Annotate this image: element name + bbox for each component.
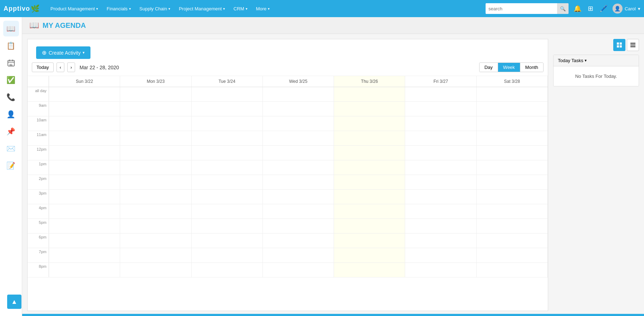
- list-view-button[interactable]: [627, 39, 639, 51]
- allday-fri[interactable]: [405, 87, 476, 101]
- calendar-cell[interactable]: [192, 131, 263, 145]
- calendar-cell[interactable]: [192, 175, 263, 189]
- calendar-cell[interactable]: [192, 160, 263, 175]
- calendar-cell[interactable]: [334, 219, 405, 233]
- nav-financials[interactable]: Financials ▾: [102, 0, 135, 17]
- calendar-cell[interactable]: [120, 234, 191, 248]
- calendar-cell[interactable]: [192, 234, 263, 248]
- calendar-cell[interactable]: [120, 160, 191, 175]
- calendar-cell[interactable]: [405, 131, 476, 145]
- calendar-cell[interactable]: [477, 219, 548, 233]
- nav-crm[interactable]: CRM ▾: [229, 0, 252, 17]
- profile-edit-icon[interactable]: 🖊️: [598, 3, 609, 14]
- today-tasks-header[interactable]: Today Tasks ▾: [554, 55, 639, 66]
- calendar-cell[interactable]: [477, 131, 548, 145]
- calendar-cell[interactable]: [334, 116, 405, 131]
- create-activity-button[interactable]: ⊕ Create Activity ▾: [36, 46, 90, 59]
- calendar-cell[interactable]: [49, 263, 120, 277]
- calendar-cell[interactable]: [477, 160, 548, 175]
- calendar-cell[interactable]: [192, 102, 263, 116]
- allday-tue[interactable]: [192, 87, 263, 101]
- calendar-cell[interactable]: [263, 131, 334, 145]
- calendar-cell[interactable]: [263, 204, 334, 219]
- calendar-cell[interactable]: [405, 160, 476, 175]
- view-day-button[interactable]: Day: [480, 63, 498, 72]
- nav-supply-chain[interactable]: Supply Chain ▾: [135, 0, 174, 17]
- calendar-cell[interactable]: [120, 116, 191, 131]
- scroll-up-button[interactable]: ▲: [7, 295, 21, 309]
- calendar-cell[interactable]: [334, 190, 405, 204]
- calendar-cell[interactable]: [405, 146, 476, 160]
- calendar-cell[interactable]: [120, 131, 191, 145]
- sidebar-item-calls[interactable]: 📞: [3, 89, 19, 105]
- calendar-cell[interactable]: [477, 116, 548, 131]
- calendar-cell[interactable]: [477, 248, 548, 262]
- calendar-cell[interactable]: [263, 146, 334, 160]
- calendar-cell[interactable]: [405, 102, 476, 116]
- sidebar-item-pinned[interactable]: 📌: [3, 124, 19, 139]
- calendar-cell[interactable]: [477, 234, 548, 248]
- allday-sat[interactable]: [477, 87, 548, 101]
- calendar-cell[interactable]: [334, 146, 405, 160]
- calendar-cell[interactable]: [263, 248, 334, 262]
- calendar-cell[interactable]: [405, 190, 476, 204]
- search-button[interactable]: 🔍: [557, 3, 569, 14]
- calendar-cell[interactable]: [49, 248, 120, 262]
- calendar-cell[interactable]: [263, 160, 334, 175]
- calendar-cell[interactable]: [334, 248, 405, 262]
- calendar-cell[interactable]: [405, 116, 476, 131]
- sidebar-item-calendar[interactable]: 31: [3, 55, 19, 71]
- calendar-cell[interactable]: [49, 102, 120, 116]
- allday-thu[interactable]: [334, 87, 405, 101]
- calendar-cell[interactable]: [405, 219, 476, 233]
- calendar-cell[interactable]: [405, 234, 476, 248]
- calendar-cell[interactable]: [477, 263, 548, 277]
- calendar-cell[interactable]: [263, 116, 334, 131]
- calendar-cell[interactable]: [334, 131, 405, 145]
- grid-view-button[interactable]: [613, 39, 625, 51]
- calendar-cell[interactable]: [263, 263, 334, 277]
- calendar-cell[interactable]: [334, 102, 405, 116]
- allday-sun[interactable]: [49, 87, 120, 101]
- next-button[interactable]: ›: [67, 62, 75, 72]
- calendar-cell[interactable]: [477, 102, 548, 116]
- calendar-cell[interactable]: [263, 175, 334, 189]
- sidebar-item-agenda[interactable]: 📖: [3, 21, 19, 36]
- allday-wed[interactable]: [263, 87, 334, 101]
- today-button[interactable]: Today: [32, 62, 54, 72]
- calendar-cell[interactable]: [405, 263, 476, 277]
- calendar-cell[interactable]: [405, 248, 476, 262]
- view-week-button[interactable]: Week: [498, 63, 520, 72]
- calendar-cell[interactable]: [192, 204, 263, 219]
- calendar-cell[interactable]: [192, 116, 263, 131]
- calendar-cell[interactable]: [405, 175, 476, 189]
- calendar-cell[interactable]: [49, 175, 120, 189]
- calendar-cell[interactable]: [120, 219, 191, 233]
- calendar-cell[interactable]: [334, 204, 405, 219]
- calendar-cell[interactable]: [49, 219, 120, 233]
- calendar-cell[interactable]: [334, 175, 405, 189]
- calendar-cell[interactable]: [120, 248, 191, 262]
- sidebar-item-notes[interactable]: 📝: [3, 158, 19, 174]
- calendar-cell[interactable]: [263, 190, 334, 204]
- calendar-cell[interactable]: [49, 204, 120, 219]
- calendar-cell[interactable]: [120, 204, 191, 219]
- calendar-cell[interactable]: [192, 263, 263, 277]
- nav-product-management[interactable]: Product Management ▾: [46, 0, 102, 17]
- calendar-cell[interactable]: [49, 116, 120, 131]
- calendar-cell[interactable]: [263, 234, 334, 248]
- view-month-button[interactable]: Month: [520, 63, 543, 72]
- allday-mon[interactable]: [120, 87, 191, 101]
- calendar-cell[interactable]: [120, 190, 191, 204]
- calendar-cell[interactable]: [49, 131, 120, 145]
- calendar-cell[interactable]: [192, 190, 263, 204]
- sidebar-item-email[interactable]: ✉️: [3, 141, 19, 156]
- calendar-cell[interactable]: [49, 234, 120, 248]
- calendar-cell[interactable]: [334, 234, 405, 248]
- calendar-cell[interactable]: [120, 175, 191, 189]
- calendar-cell[interactable]: [263, 219, 334, 233]
- calendar-cell[interactable]: [477, 146, 548, 160]
- app-logo[interactable]: Apptivo 🌿: [4, 4, 40, 13]
- calendar-cell[interactable]: [477, 175, 548, 189]
- calendar-cell[interactable]: [120, 146, 191, 160]
